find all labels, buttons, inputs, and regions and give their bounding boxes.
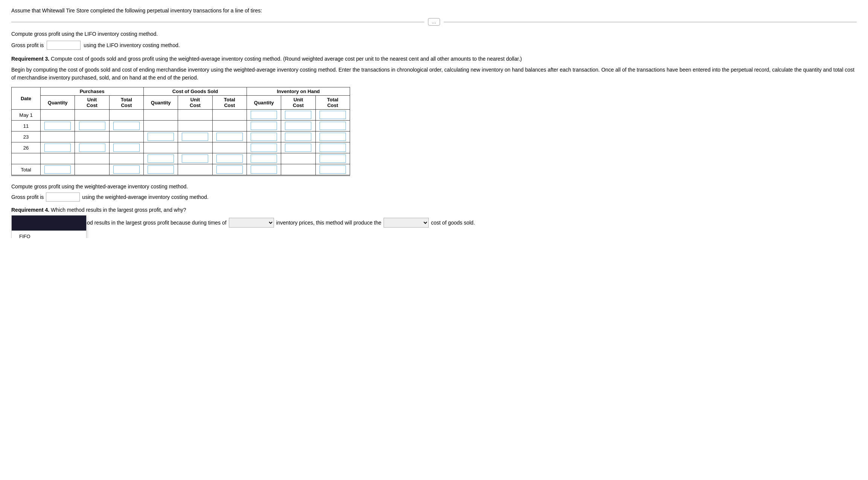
cell-empty [212,121,247,131]
cell-empty [178,142,212,153]
purchases-header: Purchases [41,87,144,96]
cell-empty [41,110,75,121]
cogs-qty-23[interactable] [148,133,174,141]
cogs-total-r5[interactable] [216,154,243,163]
inv-total-23[interactable] [320,133,346,141]
table-row [12,153,350,164]
cell-empty [281,164,315,176]
cogs-unit-header: UnitCost [178,96,212,110]
cell-empty [178,164,212,176]
inv-unit-11[interactable] [285,122,311,130]
total-inv-total[interactable] [320,165,346,174]
cell-empty [109,110,143,121]
purch-total-26[interactable] [113,144,140,152]
dots-box: ... [428,18,440,26]
date-header: Date [12,87,41,110]
cell-empty [144,110,178,121]
inv-qty-11[interactable] [251,122,277,130]
cogs-qty-header: Quantity [144,96,178,110]
cogs-total-header: TotalCost [212,96,247,110]
compute-wa-label: Compute gross profit using the weighted-… [11,183,857,190]
unit-cost-header: UnitCost [75,96,109,110]
purch-unit-11[interactable] [79,122,105,130]
dropdown-option-fifo[interactable]: FIFO [12,231,86,238]
inv-total-may1[interactable] [320,111,346,119]
cell-empty [212,110,247,121]
lifo-label: Compute gross profit using the LIFO inve… [11,31,857,37]
cell-empty [212,142,247,153]
inventory-table: Date Purchases Cost of Goods Sold Invent… [11,87,350,176]
inv-total-26[interactable] [320,144,346,152]
cost-select[interactable]: lowest highest [384,218,429,228]
table-row: 23 [12,131,350,142]
inv-unit-may1[interactable] [285,111,311,119]
inv-unit-26[interactable] [285,144,311,152]
lifo-section: Compute gross profit using the LIFO inve… [11,31,857,50]
date-23: 23 [12,131,41,142]
cogs-header: Cost of Goods Sold [144,87,247,96]
req3-label: Requirement 3. [11,56,49,62]
purch-total-11[interactable] [113,122,140,130]
inv-qty-header: Quantity [247,96,281,110]
cell-empty [144,142,178,153]
table-row: May 1 [12,110,350,121]
cogs-total-23[interactable] [216,133,243,141]
gp-wa-suffix: using the weighted-average inventory cos… [82,194,208,200]
cogs-unit-23[interactable] [182,133,208,141]
total-label: Total [12,164,41,176]
bottom-select-row: The FIFO LIFO weighted-average method re… [11,218,857,228]
table-wrapper: Date Purchases Cost of Goods Sold Invent… [11,87,857,176]
cell-empty [178,110,212,121]
middle-text: method results in the largest gross prof… [75,220,227,226]
cogs-qty-r5[interactable] [148,154,174,163]
total-inv-qty[interactable] [251,165,277,174]
gross-profit-wa-input[interactable] [46,193,80,202]
date-extra1 [12,153,41,164]
purch-unit-26[interactable] [79,144,105,152]
cell-empty [178,121,212,131]
req4-label: Requirement 4. [11,207,49,213]
purch-qty-26[interactable] [44,144,71,152]
total-cogs-total[interactable] [216,165,243,174]
gp-wa-label: Gross profit is [11,194,44,200]
cell-empty [109,131,143,142]
cell-empty [75,110,109,121]
bottom-section: Compute gross profit using the weighted-… [11,183,857,228]
req4-text: Requirement 4. Which method results in t… [11,206,857,214]
total-purch-total[interactable] [113,165,140,174]
cell-empty [41,131,75,142]
intro-text: Assume that Whitewall Tire Store complet… [11,8,857,14]
inv-total-11[interactable] [320,122,346,130]
req3-body: Compute cost of goods sold and gross pro… [51,56,522,62]
gross-profit-suffix: using the LIFO inventory costing method. [84,42,180,48]
req3-text: Requirement 3. Compute cost of goods sol… [11,55,857,63]
inv-unit-23[interactable] [285,133,311,141]
total-cost-header: TotalCost [109,96,143,110]
dropdown-popup: FIFO LIFO weighted-average [11,215,87,238]
inv-total-r5[interactable] [320,154,346,163]
inv-qty-26[interactable] [251,144,277,152]
dropdown-dark-header [12,216,86,231]
prices-select[interactable]: rising falling [229,218,274,228]
total-purch-qty[interactable] [44,165,71,174]
table-row: 26 [12,142,350,153]
totals-row: Total [12,164,350,176]
cogs-unit-r5[interactable] [182,154,208,163]
date-11: 11 [12,121,41,131]
qty-header: Quantity [41,96,75,110]
inventory-header: Inventory on Hand [247,87,350,96]
cell-empty [75,153,109,164]
purch-qty-11[interactable] [44,122,71,130]
gross-profit-input[interactable] [47,41,81,50]
inv-total-header: TotalCost [315,96,350,110]
gross-profit-row: Gross profit is using the LIFO inventory… [11,41,857,50]
date-may1: May 1 [12,110,41,121]
table-row: 11 [12,121,350,131]
inv-qty-r5[interactable] [251,154,277,163]
total-cogs-qty[interactable] [148,165,174,174]
gross-profit-label: Gross profit is [11,42,44,48]
inv-qty-23[interactable] [251,133,277,141]
end-text: cost of goods sold. [431,220,475,226]
date-26: 26 [12,142,41,153]
inv-qty-may1[interactable] [251,111,277,119]
